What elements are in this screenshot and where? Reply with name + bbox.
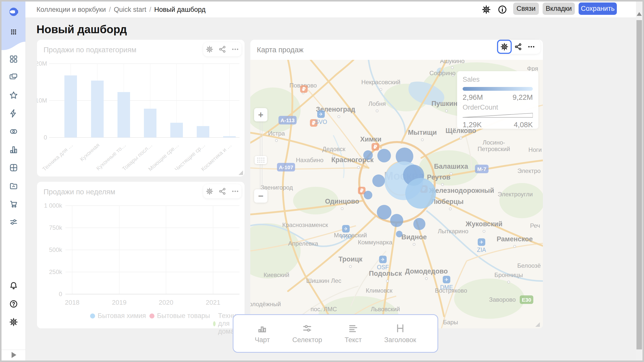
page-title: Новый дашборд [36, 23, 127, 36]
widget-resize-handle[interactable] [238, 170, 243, 175]
widget-settings-gear-icon[interactable] [203, 42, 216, 56]
scrollbar-up-arrow-icon[interactable] [637, 12, 642, 16]
sidebar-item-favorites[interactable] [9, 90, 18, 100]
sidebar-item-charts[interactable] [9, 145, 18, 154]
svg-text:Техника для …: Техника для … [41, 142, 74, 172]
svg-text:✈: ✈ [445, 277, 449, 282]
ordercount-wedge [463, 113, 533, 118]
map-resize-handle[interactable] [535, 322, 540, 327]
svg-text:Львовский: Львовский [371, 306, 400, 312]
add-selector-button[interactable]: Селектор [292, 323, 322, 344]
sidebar-item-datasets[interactable] [9, 127, 18, 136]
svg-text:Истра: Истра [268, 130, 285, 137]
settings-gear-icon[interactable] [9, 317, 18, 327]
expand-panel-icon[interactable] [12, 352, 16, 358]
header-info-icon[interactable] [498, 5, 507, 14]
svg-text:Видное: Видное [401, 233, 427, 241]
map-zoom-track[interactable] [260, 121, 262, 189]
breadcrumb-current: Новый дашборд [154, 6, 206, 14]
svg-text:Апрелевка: Апрелевка [288, 240, 318, 247]
svg-text:А-113: А-113 [280, 117, 295, 123]
bar-chart: 20M10M0Техника для …КухоннаяКухонные то…… [37, 59, 245, 176]
svg-text:OSF: OSF [377, 264, 389, 270]
svg-text:20M: 20M [37, 60, 47, 67]
text-icon [348, 323, 358, 334]
widget-sales-by-week[interactable]: Продажи по неделям 1 000k750k500k250k020… [37, 182, 245, 328]
add-chart-button[interactable]: Чарт [255, 323, 270, 344]
sales-max-value: 9,22M [512, 93, 533, 102]
widget-settings-gear-icon[interactable] [203, 184, 216, 198]
toolbar-item-label: Заголовок [384, 336, 416, 344]
svg-text:М-7: М-7 [477, 166, 486, 172]
map-widget-actions [497, 40, 540, 54]
svg-text:Бары: Бары [443, 319, 458, 326]
header-settings-gear-icon[interactable] [481, 5, 491, 14]
svg-text:✈: ✈ [381, 257, 385, 262]
ordercount-legend-label: OrderCount [463, 104, 533, 111]
map-share-icon[interactable] [512, 40, 525, 54]
sidebar-item-navigation[interactable] [9, 54, 18, 64]
map-zoom-out-button[interactable]: − [254, 189, 267, 203]
sidebar-item-collections[interactable] [9, 72, 18, 82]
sidebar-item-files[interactable] [9, 181, 18, 191]
add-text-button[interactable]: Текст [345, 323, 362, 344]
svg-text:Кухонная: Кухонная [79, 142, 101, 162]
save-button[interactable]: Сохранить [579, 3, 617, 15]
svg-text:₽: ₽ [360, 188, 364, 194]
sales-legend-label: Sales [463, 76, 533, 83]
svg-text:Белоозё: Белоозё [517, 262, 541, 269]
page-scrollbar[interactable] [636, 2, 642, 360]
toolbar-item-label: Селектор [292, 336, 322, 344]
breadcrumb-workbook[interactable]: Quick start [114, 6, 146, 14]
svg-text:Е30: Е30 [522, 297, 531, 303]
svg-text:Шишкин Лес: Шишкин Лес [306, 277, 341, 284]
widget-share-icon[interactable] [216, 184, 229, 198]
sidebar [2, 2, 26, 360]
legend-item[interactable]: Бытовая химия [90, 312, 146, 320]
map-settings-gear-icon-focused[interactable] [497, 40, 512, 54]
links-button[interactable]: Связи [513, 3, 539, 15]
svg-text:Заворово: Заворово [489, 296, 516, 303]
add-heading-button[interactable]: Заголовок [384, 323, 416, 344]
scrollbar-thumb[interactable] [636, 20, 642, 349]
tabs-button[interactable]: Вкладки [543, 3, 575, 15]
notifications-bell-icon[interactable] [9, 281, 18, 291]
map-legend: Sales 2,96M 9,22M OrderCount 1,29K 4,08K [457, 71, 538, 129]
svg-text:Реч: Реч [530, 222, 540, 229]
widget-share-icon[interactable] [216, 42, 229, 56]
svg-text:750k: 750k [49, 224, 62, 231]
sidebar-item-tables[interactable] [9, 163, 18, 172]
widget-more-icon[interactable] [229, 42, 242, 56]
svg-text:Железнодорожный: Железнодорожный [429, 187, 494, 194]
legend-item[interactable]: Бытовые товары [149, 312, 210, 320]
svg-text:10M: 10M [37, 97, 47, 104]
svg-text:Подольск: Подольск [369, 270, 402, 277]
apps-grid-icon[interactable] [9, 27, 18, 37]
map-zoom-slider-handle[interactable] [255, 156, 267, 164]
widget-title: Карта продаж [257, 46, 303, 54]
legend-label: Бытовые товары [157, 312, 210, 320]
sidebar-item-filters[interactable] [9, 217, 18, 227]
sidebar-item-marketplace[interactable] [9, 199, 18, 209]
help-icon[interactable] [9, 299, 18, 309]
svg-text:Электро: Электро [517, 167, 541, 174]
svg-text:Коммунарка: Коммунарка [358, 239, 393, 246]
svg-text:Софрино: Софрино [429, 70, 456, 76]
sidebar-footer-divider [2, 350, 25, 350]
datalens-logo[interactable] [9, 7, 18, 17]
svg-text:0: 0 [59, 291, 62, 297]
svg-text:Молодёжный: Молодёжный [250, 301, 281, 307]
svg-text:1 000k: 1 000k [44, 202, 62, 209]
orders-max-value: 4,08K [514, 121, 533, 129]
orders-min-value: 1,29K [463, 121, 482, 129]
breadcrumb-collections[interactable]: Коллекции и воркбуки [36, 6, 106, 14]
svg-text:ZIA: ZIA [477, 247, 486, 253]
sidebar-item-quick-actions[interactable] [9, 109, 18, 118]
map-more-icon[interactable] [525, 40, 538, 54]
breadcrumb: Коллекции и воркбуки / Quick start / Нов… [36, 2, 206, 18]
svg-text:Фря: Фря [527, 65, 538, 72]
add-widget-toolbar: Чарт Селектор Текст Заголовок [233, 314, 438, 353]
map-zoom-in-button[interactable]: + [254, 108, 267, 121]
widget-more-icon[interactable] [229, 184, 242, 198]
widget-sales-by-subcategory[interactable]: Продажи по подкатегориям 20M10M0Техника … [37, 40, 245, 176]
